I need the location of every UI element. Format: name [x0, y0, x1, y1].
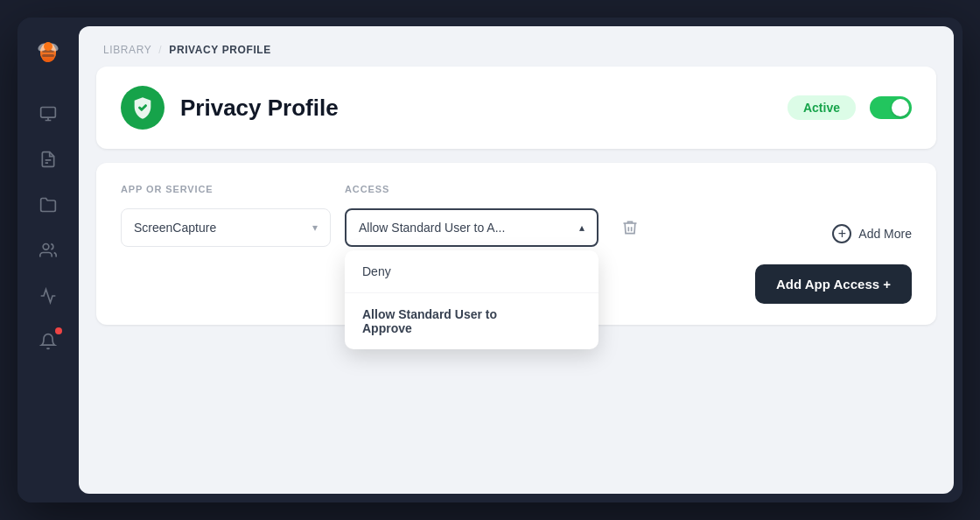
delete-row-button[interactable]: [612, 210, 648, 245]
app-select-value: ScreenCapture: [134, 221, 216, 235]
breadcrumb-current: PRIVACY PROFILE: [169, 44, 271, 56]
access-select-value: Allow Standard User to A...: [359, 221, 505, 235]
notification-dot: [55, 327, 62, 334]
privacy-profile-icon: [121, 86, 164, 130]
sidebar-item-analytics[interactable]: [29, 277, 67, 315]
table-headers: APP OR SERVICE ACCESS: [121, 184, 912, 194]
add-more-area: + Add More: [662, 208, 912, 243]
svg-point-12: [43, 244, 49, 250]
active-toggle[interactable]: [870, 96, 912, 119]
sidebar-item-users[interactable]: [29, 231, 67, 270]
sidebar-item-monitor[interactable]: [29, 95, 67, 133]
access-dropdown: Deny Allow Standard User toApprove: [345, 250, 598, 349]
breadcrumb-separator: /: [158, 44, 162, 56]
dropdown-item-allow[interactable]: Allow Standard User toApprove: [345, 293, 598, 349]
profile-card: Privacy Profile Active: [96, 67, 936, 149]
sidebar-item-documents[interactable]: [29, 140, 67, 179]
dropdown-deny-label: Deny: [362, 264, 391, 278]
dropdown-allow-label: Allow Standard User toApprove: [362, 307, 497, 335]
status-badge: Active: [788, 95, 856, 120]
col-header-access: ACCESS: [345, 184, 598, 194]
sidebar-item-notifications[interactable]: [29, 322, 67, 361]
dropdown-item-deny[interactable]: Deny: [345, 250, 598, 293]
add-more-label: Add More: [858, 227, 912, 241]
access-section: APP OR SERVICE ACCESS ScreenCapture ▾ Al…: [96, 163, 936, 325]
col-header-app: APP OR SERVICE: [121, 184, 331, 194]
add-more-button[interactable]: + Add More: [832, 224, 912, 243]
chevron-down-icon: ▾: [312, 221, 318, 234]
svg-point-6: [44, 42, 52, 51]
add-app-access-button[interactable]: Add App Access +: [755, 264, 912, 304]
sidebar-item-folder[interactable]: [29, 186, 67, 224]
app-container: LIBRARY / PRIVACY PROFILE Privacy Profil…: [18, 18, 962, 502]
access-select-wrapper: Allow Standard User to A... ▴ Deny Allow…: [345, 208, 598, 247]
sidebar: [18, 18, 79, 502]
app-select[interactable]: ScreenCapture ▾: [121, 208, 331, 247]
page-title: Privacy Profile: [180, 95, 788, 122]
svg-rect-7: [41, 108, 56, 118]
svg-rect-3: [42, 54, 54, 57]
app-logo[interactable]: [32, 35, 64, 70]
plus-circle-icon: +: [832, 224, 851, 243]
breadcrumb-library[interactable]: LIBRARY: [103, 44, 151, 56]
main-content: LIBRARY / PRIVACY PROFILE Privacy Profil…: [79, 26, 954, 494]
access-select[interactable]: Allow Standard User to A... ▴: [345, 208, 598, 247]
table-row: ScreenCapture ▾ Allow Standard User to A…: [121, 208, 912, 247]
breadcrumb: LIBRARY / PRIVACY PROFILE: [79, 26, 954, 67]
chevron-up-icon: ▴: [579, 221, 584, 234]
